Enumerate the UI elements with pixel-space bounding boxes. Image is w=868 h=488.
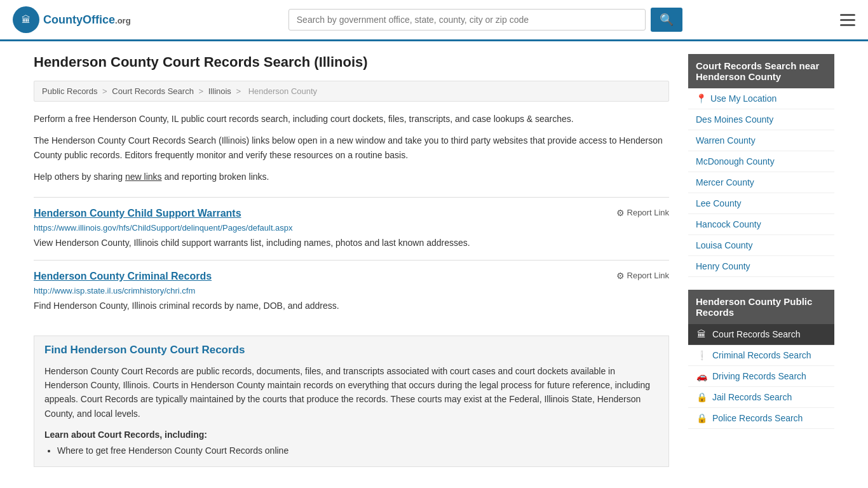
public-records-item-active[interactable]: 🏛Court Records Search bbox=[688, 324, 834, 345]
content: Henderson County Court Records Search (I… bbox=[34, 54, 669, 477]
location-link[interactable]: Use My Location bbox=[710, 93, 776, 104]
nearby-header: Court Records Search near Henderson Coun… bbox=[688, 54, 834, 88]
search-input[interactable] bbox=[288, 9, 646, 30]
logo-area: 🏛 CountyOffice.org bbox=[13, 6, 131, 33]
record-icon: 🔒 bbox=[696, 413, 707, 423]
report-icon: ⚙ bbox=[616, 208, 625, 218]
nearby-item[interactable]: McDonough County bbox=[688, 151, 834, 172]
public-records-item[interactable]: 🔒Police Records Search bbox=[688, 408, 834, 429]
nearby-items: Des Moines CountyWarren CountyMcDonough … bbox=[688, 109, 834, 277]
header: 🏛 CountyOffice.org 🔍 bbox=[0, 0, 868, 41]
nearby-item[interactable]: Mercer County bbox=[688, 172, 834, 193]
find-section: Find Henderson County Court Records Hend… bbox=[34, 336, 669, 467]
learn-list: Where to get free Henderson County Court… bbox=[44, 444, 658, 459]
main-container: Henderson County Court Records Search (I… bbox=[21, 41, 847, 488]
report-label: Report Link bbox=[627, 208, 669, 217]
learn-item: Where to get free Henderson County Court… bbox=[57, 444, 658, 459]
record-icon: 🔒 bbox=[696, 392, 707, 402]
link-card-title[interactable]: Henderson County Child Support Warrants bbox=[34, 208, 241, 219]
public-records-section: Henderson County Public Records 🏛Court R… bbox=[688, 290, 834, 429]
intro-text2: The Henderson County Court Records Searc… bbox=[34, 133, 669, 162]
nearby-item[interactable]: Hancock County bbox=[688, 214, 834, 235]
search-button[interactable]: 🔍 bbox=[651, 8, 682, 32]
help-text: Help others by sharing new links and rep… bbox=[34, 170, 669, 184]
report-icon: ⚙ bbox=[616, 271, 625, 281]
menu-line-1 bbox=[840, 14, 855, 16]
report-link[interactable]: ⚙ Report Link bbox=[616, 271, 669, 281]
link-url[interactable]: https://www.illinois.gov/hfs/ChildSuppor… bbox=[34, 223, 669, 233]
logo-county: County bbox=[43, 13, 83, 26]
use-my-location[interactable]: 📍 Use My Location bbox=[688, 88, 834, 109]
sidebar: Court Records Search near Henderson Coun… bbox=[688, 54, 834, 477]
record-icon: 🏛 bbox=[696, 329, 707, 339]
nearby-item[interactable]: Henry County bbox=[688, 256, 834, 277]
public-records-item[interactable]: 🚗Driving Records Search bbox=[688, 366, 834, 387]
new-links[interactable]: new links bbox=[125, 172, 162, 182]
link-card-header: Henderson County Child Support Warrants … bbox=[34, 208, 669, 219]
menu-line-2 bbox=[840, 19, 855, 21]
link-desc: View Henderson County, Illinois child su… bbox=[34, 236, 669, 250]
nearby-item[interactable]: Louisa County bbox=[688, 235, 834, 256]
record-label: Court Records Search bbox=[712, 329, 801, 339]
nearby-item[interactable]: Lee County bbox=[688, 193, 834, 214]
breadcrumb-public-records[interactable]: Public Records bbox=[42, 86, 97, 96]
logo-icon: 🏛 bbox=[13, 6, 39, 33]
link-desc: Find Henderson County, Illinois criminal… bbox=[34, 299, 669, 313]
link-cards: Henderson County Child Support Warrants … bbox=[34, 197, 669, 323]
report-label: Report Link bbox=[627, 271, 669, 280]
public-records-header: Henderson County Public Records bbox=[688, 290, 834, 324]
menu-line-3 bbox=[840, 24, 855, 26]
page-title: Henderson County Court Records Search (I… bbox=[34, 54, 669, 71]
svg-text:🏛: 🏛 bbox=[22, 15, 31, 25]
link-card-header: Henderson County Criminal Records ⚙ Repo… bbox=[34, 271, 669, 282]
public-records-items: 🏛Court Records Search❕Criminal Records S… bbox=[688, 324, 834, 429]
find-text: Henderson County Court Records are publi… bbox=[44, 364, 658, 421]
breadcrumb-illinois[interactable]: Illinois bbox=[208, 86, 231, 96]
search-area: 🔍 bbox=[288, 8, 682, 32]
learn-title: Learn about Court Records, including: bbox=[44, 430, 658, 440]
link-card-title[interactable]: Henderson County Criminal Records bbox=[34, 271, 212, 282]
public-records-item[interactable]: 🔒Jail Records Search bbox=[688, 387, 834, 408]
nearby-section: Court Records Search near Henderson Coun… bbox=[688, 54, 834, 277]
logo-text: CountyOffice.org bbox=[43, 13, 131, 27]
nearby-item[interactable]: Des Moines County bbox=[688, 109, 834, 130]
link-card: Henderson County Child Support Warrants … bbox=[34, 197, 669, 260]
public-records-item[interactable]: ❕Criminal Records Search bbox=[688, 345, 834, 366]
link-url[interactable]: http://www.isp.state.il.us/crimhistory/c… bbox=[34, 286, 669, 295]
breadcrumb-henderson: Henderson County bbox=[248, 86, 317, 96]
report-link[interactable]: ⚙ Report Link bbox=[616, 208, 669, 218]
breadcrumb-court-records[interactable]: Court Records Search bbox=[112, 86, 194, 96]
menu-button[interactable] bbox=[840, 14, 855, 26]
nearby-item[interactable]: Warren County bbox=[688, 130, 834, 151]
record-icon: ❕ bbox=[696, 350, 707, 360]
record-icon: 🚗 bbox=[696, 371, 707, 381]
location-icon: 📍 bbox=[696, 93, 707, 104]
find-title: Find Henderson County Court Records bbox=[44, 344, 658, 356]
link-card: Henderson County Criminal Records ⚙ Repo… bbox=[34, 260, 669, 323]
intro-text: Perform a free Henderson County, IL publ… bbox=[34, 112, 669, 126]
breadcrumb: Public Records > Court Records Search > … bbox=[34, 81, 669, 102]
